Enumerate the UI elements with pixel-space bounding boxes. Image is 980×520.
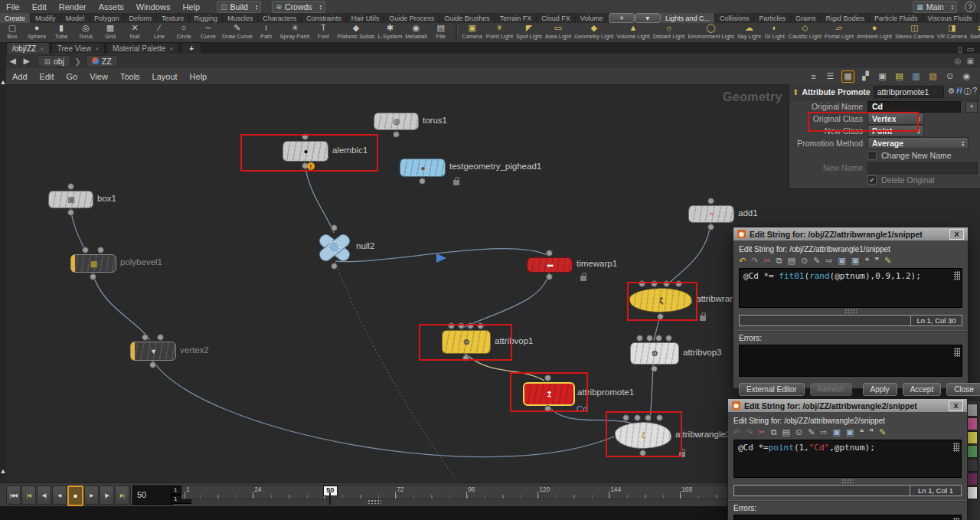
shelf-tab-grains[interactable]: Grains: [791, 13, 822, 23]
info-icon[interactable]: ⓘ: [962, 87, 972, 97]
dialog-titlebar[interactable]: ◉Edit String for: /obj/ZZ/attribwrangle1…: [733, 227, 968, 240]
uncomment-icon[interactable]: ❞: [869, 427, 874, 437]
shelf-tool-draw-curve[interactable]: ✎Draw Curve: [220, 23, 254, 39]
apply-button[interactable]: Apply: [863, 383, 897, 396]
menu-assets[interactable]: Assets: [93, 2, 130, 11]
new-pane-tab-button[interactable]: +: [181, 42, 202, 54]
shelf-tab-rigging[interactable]: Rigging: [190, 13, 224, 23]
node-input-dot[interactable]: [639, 280, 645, 287]
play-forward-button[interactable]: ▶: [84, 486, 99, 505]
back-icon[interactable]: ◀: [6, 57, 20, 65]
node-help-icon[interactable]: ?: [972, 87, 978, 97]
menu-windows[interactable]: Windows: [130, 2, 177, 11]
node-output-dot[interactable]: [419, 178, 426, 185]
shelf-tool-point-light[interactable]: ☀Point Light: [485, 23, 514, 39]
prev-frame-button[interactable]: ◀|: [37, 486, 51, 505]
node-output-dot[interactable]: [67, 209, 74, 216]
shelf-tool-null[interactable]: ✕Null: [122, 23, 147, 39]
node-input-dot[interactable]: [645, 414, 652, 421]
shelf-tool-curve[interactable]: ∼Curve: [196, 23, 220, 39]
node-timewarp1[interactable]: ▪▪▪: [527, 257, 573, 273]
network-menu-tools[interactable]: Tools: [114, 72, 146, 81]
shelf-tool-circle[interactable]: ○Circle: [172, 23, 196, 39]
network-overview-icon[interactable]: ◉: [961, 71, 972, 82]
resize-grip[interactable]: [841, 479, 854, 484]
shelf-tool-path[interactable]: ≀Path: [254, 23, 279, 39]
current-frame-field[interactable]: 50: [132, 486, 173, 505]
node-input-dot[interactable]: [651, 280, 658, 287]
node-attribpromote1[interactable]: ↥: [523, 382, 575, 406]
redo-icon[interactable]: ↷: [751, 256, 758, 265]
network-badges-icon[interactable]: ▣: [877, 71, 888, 82]
node-input-dot[interactable]: [142, 334, 149, 341]
node-input-dot[interactable]: [634, 414, 641, 421]
redo-icon[interactable]: ↷: [746, 427, 753, 437]
network-menu-add[interactable]: Add: [6, 72, 34, 81]
shelf-tab-deform[interactable]: Deform: [125, 13, 158, 23]
node-output-dot[interactable]: [546, 273, 553, 280]
play-backward-button[interactable]: ◀: [52, 486, 67, 505]
network-list-icon[interactable]: ☰: [825, 71, 836, 82]
node-output-dot[interactable]: [639, 450, 646, 456]
accept-button[interactable]: Accept: [903, 383, 942, 396]
node-input-dot[interactable]: [331, 224, 338, 231]
code-editor[interactable]: @Cd *=point(1,"Cd",@ptnum);: [733, 440, 962, 478]
node-attribwrangle2[interactable]: ζ: [614, 420, 672, 450]
shelf-tool-sphere[interactable]: ●Sphere: [24, 23, 49, 39]
expression-icon[interactable]: ✎: [879, 427, 886, 437]
prev-keyframe-button[interactable]: |◀: [21, 486, 36, 505]
main-desktop-select[interactable]: ▦ Main ▴▾: [913, 1, 957, 13]
shelf-tool-font[interactable]: TFont: [311, 23, 335, 39]
shelf-tool-geometry-light[interactable]: ◆Geometry Light: [573, 23, 615, 39]
code-editor[interactable]: @Cd *= fit01(rand(@ptnum),0.9,1.2);: [739, 268, 962, 308]
shelf-tab-characters[interactable]: Characters: [258, 13, 302, 23]
pane-help-icon[interactable]: ▣: [967, 57, 974, 65]
pane-tab-tree-view[interactable]: Tree View×: [51, 42, 105, 54]
save-file-icon[interactable]: ▣: [846, 427, 854, 437]
shelf-tab-particles[interactable]: Particles: [754, 13, 791, 23]
menu-help[interactable]: Help: [176, 2, 206, 11]
houdini-engine-icon[interactable]: H: [956, 87, 962, 97]
paste-icon[interactable]: ▤: [782, 427, 790, 437]
network-grid-icon[interactable]: ▦: [841, 70, 854, 83]
shelf-tool-stereo-camera[interactable]: ◫Stereo Camera: [893, 23, 936, 39]
splitter-handle-icon[interactable]: [1, 80, 5, 84]
menu-edit[interactable]: Edit: [26, 2, 53, 11]
network-find-icon[interactable]: ⊙: [944, 71, 956, 82]
shelf-tab-create[interactable]: Create: [0, 13, 31, 23]
warning-icon[interactable]: !: [307, 162, 315, 170]
load-file-icon[interactable]: ▣: [838, 256, 846, 265]
find-icon[interactable]: ⊙: [801, 256, 808, 265]
node-testgeometry_pighead1[interactable]: ●: [400, 159, 446, 177]
param-menu-icon[interactable]: ▾: [965, 101, 978, 113]
node-polybevel1[interactable]: ▩: [70, 254, 116, 273]
shelf-tool-volume-light[interactable]: ▲Volume Light: [615, 23, 651, 39]
find-replace-icon[interactable]: ✎: [813, 256, 820, 265]
close-icon[interactable]: ×: [169, 45, 173, 52]
node-attribvop3[interactable]: ⚙: [630, 342, 679, 365]
shelf-tab-guide-brushes[interactable]: Guide Brushes: [439, 13, 495, 23]
node-output-dot[interactable]: [331, 263, 338, 270]
network-toolbox-icon[interactable]: ▧: [927, 71, 939, 82]
next-keyframe-button[interactable]: ▶|: [115, 486, 129, 505]
shelf-add-tab-button[interactable]: +: [609, 13, 635, 23]
node-input-dot[interactable]: [655, 335, 662, 342]
shelf-tab-viscous-fluids[interactable]: Viscous Fluids: [923, 13, 978, 23]
shelf-tool-camera[interactable]: ▣Camera: [460, 23, 485, 39]
node-null2[interactable]: [316, 232, 351, 261]
shelf-tool-ambient-light[interactable]: ●Ambient Light: [855, 23, 893, 39]
copy-icon[interactable]: ⧉: [776, 256, 782, 265]
shelf-tab-lights-and-c-[interactable]: Lights and C...: [661, 13, 715, 23]
shelf-tool-box[interactable]: ▢Box: [0, 23, 24, 39]
help-icon[interactable]: ?: [965, 2, 975, 12]
comment-icon[interactable]: ❝: [864, 256, 869, 265]
shelf-tool-portal-light[interactable]: ▱Portal Light: [823, 23, 855, 39]
node-input-dot[interactable]: [157, 334, 164, 341]
pane-tab-material-palette[interactable]: Material Palette×: [106, 42, 179, 54]
crowds-select[interactable]: ⊕ Crowds ▴▾: [272, 1, 325, 13]
node-input-dot[interactable]: [458, 322, 465, 329]
undo-icon[interactable]: ↶: [739, 256, 746, 265]
node-input-dot[interactable]: [448, 322, 455, 329]
pane-edge-strip[interactable]: [0, 42, 6, 482]
forward-icon[interactable]: ▶: [20, 57, 34, 65]
